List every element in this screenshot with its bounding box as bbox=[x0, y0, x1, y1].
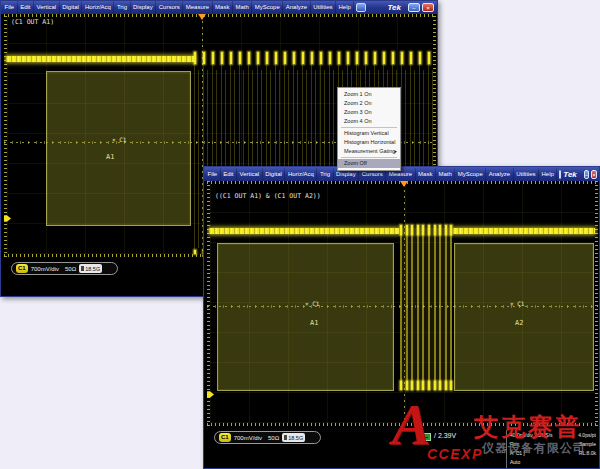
termination: 50Ω bbox=[268, 435, 279, 441]
channel-cursor-marker-a2: × C1 bbox=[510, 300, 524, 307]
menu-cursors[interactable]: Cursors bbox=[156, 1, 183, 14]
waveform-pulse bbox=[428, 225, 430, 235]
zoom-area-box-a2[interactable] bbox=[454, 243, 594, 391]
timebase-readout: 40.0ps/div 2.5MS/s bbox=[510, 432, 553, 438]
trigger-position-icon[interactable] bbox=[400, 181, 408, 187]
waveform-pulse bbox=[401, 52, 403, 64]
zoom-area-box-a1[interactable] bbox=[46, 71, 191, 226]
waveform-pulse bbox=[450, 381, 452, 390]
menu-myscope[interactable]: MyScope bbox=[455, 168, 486, 181]
menu-myscope[interactable]: MyScope bbox=[252, 1, 283, 14]
waveform-pulse bbox=[293, 52, 295, 64]
back-menu-bar: FileEditVerticalDigitalHoriz/AcqTrigDisp… bbox=[2, 1, 354, 14]
waveform-pulse bbox=[374, 52, 376, 64]
waveform-pulse bbox=[203, 52, 205, 64]
waveform-pulse bbox=[266, 52, 268, 64]
menu-measure[interactable]: Measure bbox=[183, 1, 212, 14]
waveform-pulse bbox=[284, 52, 286, 64]
waveform-pulse bbox=[434, 225, 436, 235]
tek-logo: Tek bbox=[386, 3, 407, 12]
bandwidth-icon bbox=[81, 266, 84, 271]
waveform-pulse bbox=[198, 70, 199, 248]
waveform-pulse bbox=[422, 381, 424, 390]
channel-cursor-marker-a1: × C1 bbox=[305, 300, 319, 307]
waveform-pulse bbox=[411, 225, 413, 235]
menu-mask[interactable]: Mask bbox=[416, 168, 436, 181]
context-menu-item-histogram-vertical[interactable]: Histogram Vertical bbox=[338, 129, 400, 138]
waveform-pulse bbox=[400, 228, 402, 390]
desktop: FileEditVerticalDigitalHoriz/AcqTrigDisp… bbox=[0, 0, 600, 469]
acquisition-mode: Sample bbox=[579, 441, 596, 447]
menu-separator bbox=[341, 157, 397, 158]
waveform-pulse bbox=[275, 52, 277, 64]
context-menu-item-histogram-horizontal[interactable]: Histogram Horizontal bbox=[338, 138, 400, 147]
zoom-area-label-a1: A1 bbox=[310, 319, 318, 327]
menu-trig[interactable]: Trig bbox=[317, 168, 333, 181]
trigger-level-readout: / 2.39V bbox=[434, 432, 456, 439]
record-length-readout: RL:8.0k bbox=[579, 450, 596, 456]
submenu-arrow-icon: ▸ bbox=[394, 147, 397, 156]
waveform-pulse bbox=[194, 64, 195, 250]
menu-utilities[interactable]: Utilities bbox=[514, 168, 539, 181]
waveform-pulse bbox=[428, 228, 430, 390]
zoom-area-box-a1[interactable] bbox=[217, 243, 394, 391]
menu-math[interactable]: Math bbox=[233, 1, 252, 14]
waveform-pulse bbox=[439, 225, 441, 235]
context-menu-item-zoom-1-on[interactable]: Zoom 1 On bbox=[338, 90, 400, 99]
zoom-area-label-a2: A2 bbox=[515, 319, 523, 327]
menu-math[interactable]: Math bbox=[436, 168, 455, 181]
tek-logo: Tek bbox=[561, 170, 582, 179]
waveform-pulse bbox=[411, 228, 413, 390]
menu-edit[interactable]: Edit bbox=[18, 1, 34, 14]
menu-edit[interactable]: Edit bbox=[221, 168, 237, 181]
menu-file[interactable]: File bbox=[205, 168, 221, 181]
minimize-button[interactable]: – bbox=[584, 170, 589, 179]
front-channel-readout[interactable]: C1 700mV/div 50Ω 18.5G bbox=[214, 431, 321, 444]
menu-vertical[interactable]: Vertical bbox=[237, 168, 263, 181]
readout-divider bbox=[506, 430, 507, 468]
waveform-pulse bbox=[400, 381, 402, 390]
waveform-pulse bbox=[406, 225, 408, 235]
close-button[interactable]: × bbox=[422, 3, 434, 12]
menu-horiz-acq[interactable]: Horiz/Acq bbox=[285, 168, 317, 181]
menu-digital[interactable]: Digital bbox=[263, 168, 286, 181]
back-titlebar: FileEditVerticalDigitalHoriz/AcqTrigDisp… bbox=[1, 1, 437, 14]
back-channel-readout[interactable]: C1 700mV/div 50Ω 18.5G bbox=[11, 262, 118, 275]
close-button[interactable]: × bbox=[591, 170, 597, 179]
context-menu-item-zoom-2-on[interactable]: Zoom 2 On bbox=[338, 99, 400, 108]
menu-digital[interactable]: Digital bbox=[60, 1, 83, 14]
context-menu-item-zoom-3-on[interactable]: Zoom 3 On bbox=[338, 108, 400, 117]
menu-vertical[interactable]: Vertical bbox=[34, 1, 60, 14]
horizontal-readout-block: 40.0ps/div 2.5MS/s 4.0ps/pt Run Sample A… bbox=[510, 430, 596, 466]
zoom-area-label-a1: A1 bbox=[106, 153, 114, 161]
trigger-position-icon[interactable] bbox=[198, 14, 206, 20]
menu-extra-icon[interactable] bbox=[356, 3, 366, 12]
channel-badge[interactable]: C1 bbox=[16, 264, 28, 273]
waveform-pulse bbox=[410, 52, 412, 64]
context-menu-item-zoom-off[interactable]: Zoom Off bbox=[338, 159, 400, 168]
menu-analyze[interactable]: Analyze bbox=[486, 168, 513, 181]
menu-horiz-acq[interactable]: Horiz/Acq bbox=[82, 1, 114, 14]
trigger-source-readout: A' C1 ∫ bbox=[510, 450, 525, 456]
waveform-pulse bbox=[248, 52, 250, 64]
waveform-pulse bbox=[239, 52, 241, 64]
context-menu-item-zoom-4-on[interactable]: Zoom 4 On bbox=[338, 117, 400, 126]
vertical-scale: 700mV/div bbox=[31, 266, 59, 272]
acquisition-state: Run bbox=[510, 441, 519, 447]
menu-display[interactable]: Display bbox=[131, 1, 157, 14]
menu-mask[interactable]: Mask bbox=[213, 1, 233, 14]
waveform-pulse bbox=[450, 228, 452, 390]
menu-trig[interactable]: Trig bbox=[114, 1, 130, 14]
waveform-pulse bbox=[257, 52, 259, 64]
minimize-button[interactable]: – bbox=[408, 3, 420, 12]
context-menu-item-measurement-gating[interactable]: Measurement Gating▸ bbox=[338, 147, 400, 156]
menu-utilities[interactable]: Utilities bbox=[311, 1, 336, 14]
waveform-pulse bbox=[329, 52, 331, 64]
menu-file[interactable]: File bbox=[2, 1, 18, 14]
waveform-pulse bbox=[347, 52, 349, 64]
menu-analyze[interactable]: Analyze bbox=[283, 1, 310, 14]
menu-help[interactable]: Help bbox=[336, 1, 354, 14]
vertical-scale: 700mV/div bbox=[234, 435, 262, 441]
channel-badge[interactable]: C1 bbox=[219, 433, 231, 442]
menu-help[interactable]: Help bbox=[539, 168, 557, 181]
